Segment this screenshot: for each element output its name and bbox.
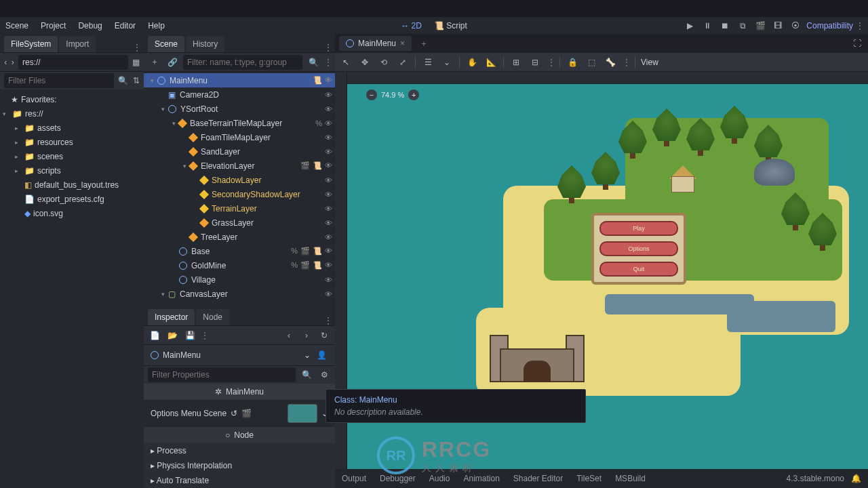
dock-audio[interactable]: Audio [429, 474, 450, 483]
filter-files-input[interactable] [4, 73, 114, 88]
fold-process[interactable]: ▸ Process [144, 443, 335, 458]
tab-node[interactable]: Node [196, 309, 229, 325]
menu-project[interactable]: Project [41, 21, 66, 30]
bone-icon[interactable]: 🦴 [604, 56, 617, 68]
viewport-2d[interactable]: − 74.9 % + [335, 72, 868, 488]
renderer-dropdown[interactable]: Compatibility ⋮ [806, 21, 863, 30]
dock-tileset[interactable]: TileSet [576, 474, 601, 483]
tab-history[interactable]: History [186, 36, 224, 52]
folder-resources[interactable]: ▸📁 resources [0, 135, 144, 149]
filter-properties-input[interactable] [148, 367, 296, 382]
canvas[interactable]: − 74.9 % + [347, 84, 868, 488]
prop-search-icon[interactable]: 🔍 [300, 369, 313, 381]
play-custom-button[interactable]: 🎞 [771, 20, 785, 32]
dock-msbuild[interactable]: MSBuild [615, 474, 646, 483]
scene-menu-icon[interactable]: ⋮ [324, 43, 331, 52]
scene-node-sandlayer[interactable]: SandLayer👁 [144, 144, 335, 159]
scene-node-mainmenu[interactable]: ▾MainMenu📜👁 [144, 73, 335, 87]
insp-extra-icon[interactable]: ⋮ [201, 331, 208, 340]
options-button[interactable]: Options [599, 241, 678, 256]
folder-scripts[interactable]: ▸📁 scripts [0, 163, 144, 178]
sort-icon[interactable]: ⇅ [132, 75, 140, 87]
prop-settings-icon[interactable]: ⚙ [317, 369, 331, 381]
scene-filter-input[interactable] [183, 55, 302, 70]
chevron-down-icon[interactable]: ⌄ [440, 56, 454, 68]
movie-button[interactable]: ⦿ [789, 20, 802, 32]
scene-node-secondaryshadowlayer[interactable]: SecondaryShadowLayer👁 [144, 187, 335, 201]
scene-node-shadowlayer[interactable]: ShadowLayer👁 [144, 173, 335, 187]
scene-node-treelayer[interactable]: TreeLayer👁 [144, 230, 335, 244]
menu-help[interactable]: Help [148, 21, 165, 30]
close-tab-icon[interactable]: × [400, 39, 405, 48]
menu-editor[interactable]: Editor [115, 21, 136, 30]
fold-physics[interactable]: ▸ Physics Interpolation [144, 458, 335, 473]
list-tool[interactable]: ☰ [421, 56, 435, 68]
filesystem-menu-icon[interactable]: ⋮ [133, 43, 140, 52]
revert-icon[interactable]: ↺ [231, 409, 237, 418]
insp-fwd-icon[interactable]: › [300, 329, 313, 342]
add-tab-button[interactable]: ＋ [414, 38, 433, 49]
group-icon[interactable]: ⬚ [585, 56, 598, 68]
dock-output[interactable]: Output [342, 474, 366, 483]
pause-button[interactable]: ⏸ [701, 20, 714, 32]
play-scene-button[interactable]: 🎬 [753, 20, 767, 32]
scene-tab-mainmenu[interactable]: MainMenu × [339, 36, 412, 51]
scene-node-elevationlayer[interactable]: ▾ElevationLayer🎬📜👁 [144, 159, 335, 173]
play-project-button[interactable]: ▶ [683, 20, 696, 32]
menu-scene[interactable]: Scene [5, 21, 28, 30]
scene-picker-icon[interactable]: 🎬 [241, 409, 252, 418]
search-icon[interactable]: 🔍 [118, 75, 128, 87]
insp-back-icon[interactable]: ‹ [282, 329, 296, 342]
dock-animation[interactable]: Animation [463, 474, 499, 483]
nav-back-button[interactable]: ‹ [4, 56, 7, 68]
scene-node-canvaslayer[interactable]: ▾▢CanvasLayer👁 [144, 287, 335, 301]
select-tool[interactable]: ↖ [339, 56, 353, 68]
folder-assets[interactable]: ▸📁 assets [0, 121, 144, 135]
ruler-tool[interactable]: 📐 [484, 56, 498, 68]
scale-tool[interactable]: ⤢ [396, 56, 410, 68]
insp-save-icon[interactable]: 💾 [183, 329, 197, 342]
mode-2d-button[interactable]: ↔ 2D [401, 21, 422, 30]
insp-history-icon[interactable]: ↻ [317, 329, 331, 342]
scene-tool-menu[interactable]: ⋮ [324, 58, 331, 67]
obj-extra-icon[interactable]: 👤 [315, 349, 328, 361]
snap-options[interactable]: ⋮ [547, 58, 554, 67]
tab-import[interactable]: Import [59, 36, 96, 52]
insp-load-icon[interactable]: 📂 [165, 329, 179, 342]
lock-icon[interactable]: 🔒 [566, 56, 579, 68]
scene-node-terrainlayer[interactable]: TerrainLayer👁 [144, 201, 335, 216]
pan-tool[interactable]: ✋ [465, 56, 479, 68]
tab-inspector[interactable]: Inspector [148, 309, 195, 325]
expand-viewport-icon[interactable]: ⛶ [850, 37, 864, 49]
zoom-in-button[interactable]: + [408, 89, 419, 100]
file-bus-layout[interactable]: ◧ default_bus_layout.tres [0, 178, 144, 192]
quit-button[interactable]: Quit [599, 262, 678, 277]
res-root-row[interactable]: ▾📁 res:// [0, 106, 144, 121]
rotate-tool[interactable]: ⟲ [377, 56, 391, 68]
tab-filesystem[interactable]: FileSystem [4, 36, 58, 52]
insp-new-icon[interactable]: 📄 [148, 329, 161, 342]
path-input[interactable] [18, 55, 128, 70]
options-scene-property[interactable]: Options Menu Scene ↺ 🎬 ⌄ [144, 400, 335, 427]
node-section-header[interactable]: ○ Node [144, 427, 335, 443]
link-node-button[interactable]: 🔗 [165, 56, 179, 68]
grid-toggle[interactable]: ⊟ [528, 56, 542, 68]
fold-autotranslate[interactable]: ▸ Auto Translate [144, 473, 335, 488]
view-mode-button[interactable]: ▦ [132, 56, 140, 68]
zoom-level[interactable]: 74.9 % [381, 91, 404, 99]
object-selector[interactable]: MainMenu ⌄ 👤 [144, 345, 335, 366]
skeleton-options[interactable]: ⋮ [623, 58, 629, 67]
favorites-row[interactable]: ★ Favorites: [0, 92, 144, 106]
dock-debugger[interactable]: Debugger [380, 474, 416, 483]
stop-button[interactable]: ⏹ [718, 20, 732, 32]
move-tool[interactable]: ✥ [358, 56, 372, 68]
remote-button[interactable]: ⧉ [736, 20, 749, 32]
menu-debug[interactable]: Debug [78, 21, 102, 30]
dock-shader[interactable]: Shader Editor [513, 474, 563, 483]
scene-node-baseterraintilemaplayer[interactable]: ▾BaseTerrainTileMapLayer%👁 [144, 116, 335, 130]
add-node-button[interactable]: ＋ [148, 56, 161, 68]
play-button[interactable]: Play [599, 221, 678, 236]
scene-node-foamtilemaplayer[interactable]: FoamTileMapLayer👁 [144, 130, 335, 144]
zoom-out-button[interactable]: − [366, 89, 377, 100]
scene-node-village[interactable]: Village👁 [144, 272, 335, 287]
